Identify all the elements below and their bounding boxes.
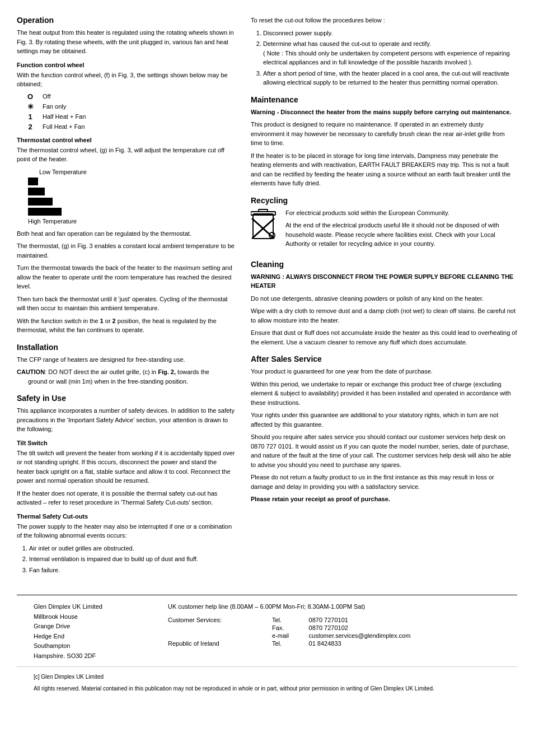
cleaning-heading: Cleaning [251, 260, 517, 269]
control-row-half: 1 Half Heat + Fan [22, 113, 235, 121]
address-line-3: Hedge End [34, 632, 157, 641]
address-line-2: Grange Drive [34, 622, 157, 631]
label-half: Half Heat + Fan [43, 113, 86, 120]
footer: Glen Dimplex UK Limited Millbrook House … [17, 595, 517, 661]
symbol-off: O [22, 92, 38, 101]
reset-list: Disconnect power supply. Determine what … [251, 29, 517, 87]
ireland-tel-type: Tel. [272, 640, 309, 647]
recycling-icon [251, 208, 280, 252]
after-sales-final: Please retain your receipt as proof of p… [251, 494, 517, 504]
thermal-item-1: Air inlet or outlet grilles are obstruct… [29, 544, 235, 553]
label-off: Off [43, 93, 50, 100]
tilt-para-1: The tilt switch will prevent the heater … [17, 449, 235, 486]
page: Operation The heat output from this heat… [0, 0, 534, 702]
sym-off-icon: O [27, 92, 33, 101]
after-sales-para-3: Your rights under this guarantee are add… [251, 410, 517, 429]
left-column: Operation The heat output from this heat… [17, 16, 235, 578]
after-sales-para-2: Within this period, we undertake to repa… [251, 380, 517, 408]
thermal-list: Air inlet or outlet grilles are obstruct… [17, 544, 235, 575]
function-wheel-subheading: Function control wheel [17, 62, 235, 68]
ireland-label: Republic of Ireland [168, 640, 272, 647]
operation-heading: Operation [17, 16, 235, 25]
after-sales-para-5: Please do not return a faulty product to… [251, 473, 517, 491]
thermo-para-2: The thermostat, (g) in Fig. 3 enables a … [17, 241, 235, 260]
tilt-para-2: If the heater does not operate, it is po… [17, 489, 235, 507]
thermo-bar-3 [28, 198, 235, 206]
reset-intro: To reset the cut-out follow the procedur… [251, 16, 517, 25]
maintenance-warning-text: Warning - Disconnect the heater from the… [251, 109, 511, 115]
thermostat-high-label: High Temperature [28, 218, 235, 225]
label-full: Full Heat + Fan [43, 123, 85, 130]
thermo-para-5: With the function switch in the 1 or 2 p… [17, 316, 235, 335]
recycling-heading: Recycling [251, 196, 517, 205]
installation-body: The CFP range of heaters are designed fo… [17, 355, 235, 365]
contact-row-cs-label: Customer Services: Tel. 0870 7270101 [168, 616, 500, 624]
thermal-item-2: Internal ventilation is impaired due to … [29, 554, 235, 564]
after-sales-heading: After Sales Service [251, 354, 517, 363]
thermo-para-4: Then turn back the thermostat until it '… [17, 295, 235, 313]
empty-cell-2 [168, 632, 272, 640]
company-name: Glen Dimplex UK Limited [34, 602, 157, 612]
thermo-bar-4 [28, 208, 235, 216]
cs-email-value: customer.services@glendimplex.com [309, 632, 500, 640]
cleaning-para-1: Do not use detergents, abrasive cleaning… [251, 294, 517, 304]
thermostat-subheading: Thermostat control wheel [17, 137, 235, 143]
thermostat-low-label: Low Temperature [39, 169, 235, 175]
installation-caution: CAUTION: DO NOT direct the air outlet gr… [17, 367, 235, 386]
thermostat-body: The thermostat control wheel, (g) in Fig… [17, 146, 235, 164]
maintenance-warning: Warning - Disconnect the heater from the… [251, 108, 517, 117]
thermal-subheading: Thermal Safety Cut-outs [17, 513, 235, 520]
safety-heading: Safety in Use [17, 394, 235, 403]
address-line-1: Millbrook House [34, 612, 157, 622]
contact-table: Customer Services: Tel. 0870 7270101 Fax… [168, 616, 500, 647]
maintenance-heading: Maintenance [251, 95, 517, 104]
symbol-half: 1 [22, 113, 38, 121]
reset-item-2: Determine what has caused the cut-out to… [263, 39, 517, 67]
control-row-off: O Off [22, 92, 235, 101]
contact-row-ireland: Republic of Ireland Tel. 01 8424833 [168, 640, 500, 647]
maintenance-para-2: If the heater is to be placed in storage… [251, 151, 517, 188]
function-control-table: O Off Fan only 1 Half Heat + Fan 2 Full … [22, 92, 235, 131]
thermo-bar-1 [28, 178, 235, 185]
footer-address: Glen Dimplex UK Limited Millbrook House … [34, 602, 157, 661]
cs-label: Customer Services: [168, 616, 272, 624]
thermo-para-1: Both heat and fan operation can be regul… [17, 229, 235, 239]
bar-3 [28, 198, 53, 206]
thermostat-diagram: Low Temperature High Temperature [22, 169, 235, 225]
label-fan: Fan only [43, 103, 66, 110]
recycling-para-1: For electrical products sold within the … [285, 208, 517, 218]
cs-fax-type: Fax. [272, 624, 309, 632]
function-wheel-body: With the function control wheel, (f) in … [17, 71, 235, 89]
symbol-fan [22, 102, 38, 111]
symbol-full: 2 [22, 123, 38, 131]
operation-body: The heat output from this heater is regu… [17, 28, 235, 56]
full-heat-icon: 2 [28, 123, 32, 131]
cs-fax-value: 0870 7270102 [309, 624, 500, 632]
copyright-line-1: [c] Glen Dimplex UK Limited [34, 673, 500, 681]
thermal-body: The power supply to the heater may also … [17, 522, 235, 540]
helpline-text: UK customer help line (8.00AM – 6.00PM M… [168, 602, 500, 612]
tilt-switch-subheading: Tilt Switch [17, 440, 235, 446]
reset-item-1: Disconnect power supply. [263, 29, 517, 38]
recycling-svg-icon [251, 208, 280, 241]
cs-tel-type: Tel. [272, 616, 309, 624]
bar-1 [28, 178, 38, 185]
thermal-item-3: Fan failure. [29, 566, 235, 575]
thermostat-bars [28, 178, 235, 216]
fan-only-icon [27, 102, 34, 111]
cleaning-para-2: Wipe with a dry cloth to remove dust and… [251, 306, 517, 325]
cleaning-para-3: Ensure that dust or fluff does not accum… [251, 328, 517, 347]
control-row-full: 2 Full Heat + Fan [22, 123, 235, 131]
address-line-4: Southampton [34, 641, 157, 651]
cleaning-warning-text: WARNING : ALWAYS DISCONNECT FROM THE POW… [251, 273, 513, 290]
ireland-tel-value: 01 8424833 [309, 640, 500, 647]
bar-4 [28, 208, 62, 216]
cleaning-warning: WARNING : ALWAYS DISCONNECT FROM THE POW… [251, 272, 517, 291]
thermo-bar-2 [28, 188, 235, 195]
maintenance-para-1: This product is designed to require no m… [251, 120, 517, 148]
empty-cell-1 [168, 624, 272, 632]
contact-row-fax: Fax. 0870 7270102 [168, 624, 500, 632]
half-heat-icon: 1 [28, 113, 32, 121]
thermo-para-3: Turn the thermostat towards the back of … [17, 263, 235, 291]
reset-item-3: After a short period of time, with the h… [263, 69, 517, 87]
